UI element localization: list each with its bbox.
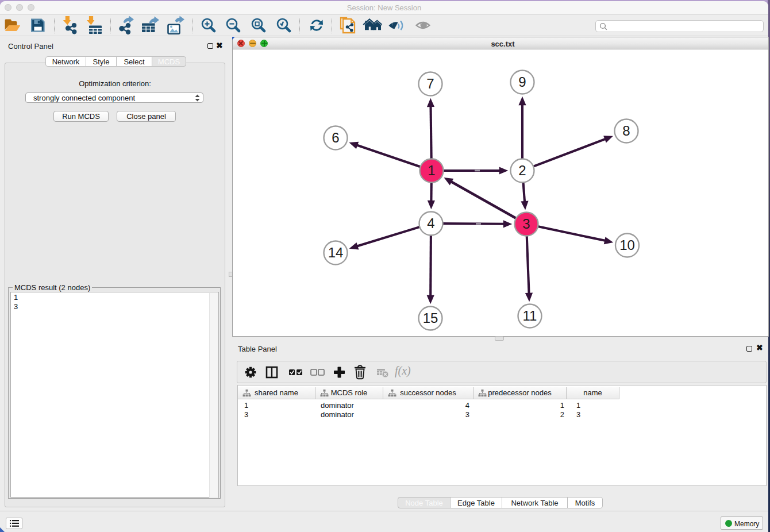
svg-text:11: 11 xyxy=(523,308,537,323)
svg-text:2: 2 xyxy=(518,163,526,178)
svg-text:3: 3 xyxy=(522,216,530,232)
svg-text:8: 8 xyxy=(622,123,630,138)
svg-text:10: 10 xyxy=(619,237,635,253)
svg-text:4: 4 xyxy=(427,215,434,231)
svg-text:6: 6 xyxy=(332,130,339,145)
svg-text:14: 14 xyxy=(328,245,344,260)
svg-text:7: 7 xyxy=(426,76,434,91)
svg-text:1: 1 xyxy=(428,163,435,178)
svg-text:9: 9 xyxy=(518,74,526,90)
svg-text:15: 15 xyxy=(423,310,438,326)
